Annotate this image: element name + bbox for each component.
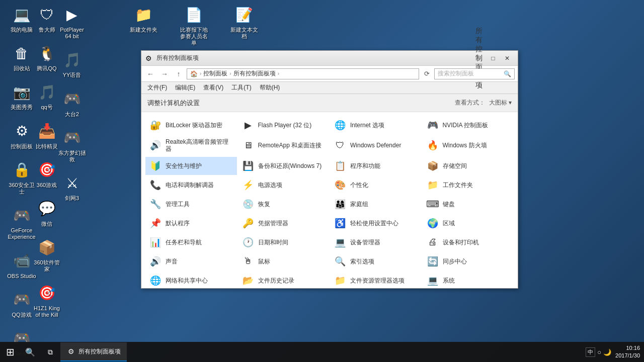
ctrl-item-31[interactable]: 🔄 同步中心	[423, 252, 514, 270]
up-button[interactable]: ↑	[173, 68, 185, 80]
ctrl-item-icon-11: 📦	[427, 160, 439, 172]
datai2-icon: 🎮	[62, 89, 82, 109]
window-title-icon: ⚙	[145, 54, 153, 62]
ctrl-item-25[interactable]: 🕐 日期和时间	[238, 233, 330, 251]
ctrl-item-icon-0: 🔐	[149, 119, 162, 131]
desktop-icon-bireport[interactable]: 📄 比赛报下地参赛人员名单	[176, 3, 211, 49]
back-button[interactable]: ←	[144, 68, 156, 80]
ctrl-item-26[interactable]: 💻 设备管理器	[330, 233, 422, 251]
close-button[interactable]: ✕	[501, 53, 514, 63]
ctrl-item-9[interactable]: 💾 备份和还原(Windows 7)	[238, 157, 330, 175]
taskbar-controlpanel-icon: ⚙	[66, 347, 75, 356]
ctrl-item-1[interactable]: ▶ Flash Player (32 位)	[238, 116, 330, 134]
menu-edit[interactable]: 编辑(E)	[171, 82, 199, 94]
breadcrumb-controlpanel[interactable]: 控制面板	[203, 69, 227, 78]
ctrl-item-4[interactable]: 🔊 Realtek高清晰音频管理器	[145, 135, 237, 156]
ctrl-item-6[interactable]: 🛡 Windows Defender	[330, 135, 422, 156]
task-view-button[interactable]: ⧉	[40, 342, 60, 362]
ctrl-item-0[interactable]: 🔐 BitLocker 驱动器加密	[145, 116, 237, 134]
ctrl-item-label-3: NVIDIA 控制面板	[443, 122, 489, 129]
taskbar-window-controlpanel[interactable]: ⚙ 所有控制面板项	[60, 342, 127, 361]
ctrl-item-3[interactable]: 🎮 NVIDIA 控制面板	[423, 116, 514, 134]
ctrl-item-label-22: 轻松使用设置中心	[350, 220, 398, 227]
desktop-icon-newtxt[interactable]: 📝 新建文本文档	[226, 3, 262, 49]
desktop-icon-360soft[interactable]: 📦 360软件管家	[29, 235, 64, 275]
ctrl-item-18[interactable]: 👨‍👩‍👧 家庭组	[330, 195, 422, 213]
start-button[interactable]: ⊞	[0, 342, 20, 362]
newtxt-icon: 📝	[234, 5, 254, 25]
ctrl-item-19[interactable]: ⌨ 键盘	[423, 195, 514, 213]
ctrl-item-icon-26: 💻	[334, 236, 346, 248]
ctrl-item-label-6: Windows Defender	[350, 142, 401, 149]
qqmusic-icon: 🎵	[37, 82, 57, 102]
tray-circle-icon: ○	[597, 348, 601, 356]
desktop-icon-yyvoice[interactable]: 🎵 YY语音	[54, 48, 90, 80]
ctrl-item-8[interactable]: 🔰 安全性与维护	[145, 157, 237, 175]
ctrl-item-15[interactable]: 📁 工作文件夹	[423, 176, 514, 194]
breadcrumb-allitems[interactable]: 所有控制面板项	[233, 69, 276, 78]
system-clock[interactable]: 10:16 2017/1/30	[615, 344, 640, 360]
ctrl-item-24[interactable]: 📊 任务栏和导航	[145, 233, 237, 251]
yyvoice-icon: 🎵	[62, 50, 82, 70]
clock-time: 10:16	[615, 344, 640, 352]
tray-icons: 中 ○ 🌙	[586, 347, 611, 357]
ctrl-item-34[interactable]: 📁 文件资源管理器选项	[330, 272, 422, 288]
ctrl-item-28[interactable]: 🔊 声音	[145, 252, 237, 270]
ctrl-item-label-35: 系统	[443, 277, 455, 284]
ctrl-item-13[interactable]: ⚡ 电源选项	[238, 176, 330, 194]
ctrl-item-label-17: 恢复	[258, 201, 270, 208]
ctrl-item-5[interactable]: 🖥 RemoteApp 和桌面连接	[238, 135, 330, 156]
ctrl-item-label-19: 键盘	[443, 201, 455, 208]
ctrl-item-22[interactable]: ♿ 轻松使用设置中心	[330, 214, 422, 232]
breadcrumb-home[interactable]: 🏠	[190, 70, 198, 77]
tray-moon-icon: 🌙	[603, 348, 611, 356]
menu-file[interactable]: 文件(F)	[143, 82, 171, 94]
ctrl-item-29[interactable]: 🖱 鼠标	[238, 252, 330, 270]
menu-view[interactable]: 查看(V)	[199, 82, 227, 94]
360safe-icon: 🔒	[12, 160, 32, 180]
ctrl-item-12[interactable]: 📞 电话和调制解调器	[145, 176, 237, 194]
search-box[interactable]: 搜索控制面板 🔍	[434, 68, 515, 79]
ctrl-item-2[interactable]: 🌐 Internet 选项	[330, 116, 422, 134]
desktop-icon-h1z1[interactable]: 🎯 H1Z1 King of the Kill	[29, 281, 64, 320]
forward-button[interactable]: →	[158, 68, 171, 80]
ctrl-item-33[interactable]: 📂 文件历史记录	[238, 272, 330, 288]
ctrl-item-label-34: 文件资源管理器选项	[350, 277, 405, 284]
ctrl-item-icon-30: 🔍	[334, 255, 346, 267]
desktop-icon-potplayer[interactable]: ▶ PotPlayer 64 bit	[54, 3, 90, 42]
ctrl-item-30[interactable]: 🔍 索引选项	[330, 252, 422, 270]
ctrl-item-label-20: 默认程序	[166, 220, 190, 227]
ctrl-item-21[interactable]: 🔑 凭据管理器	[238, 214, 330, 232]
view-mode[interactable]: 大图标 ▾	[489, 99, 512, 107]
ctrl-item-17[interactable]: 💿 恢复	[238, 195, 330, 213]
menu-tools[interactable]: 工具(T)	[227, 82, 255, 94]
items-grid: 🔐 BitLocker 驱动器加密 ▶ Flash Player (32 位) …	[145, 116, 514, 288]
desktop-icon-newfolder[interactable]: 📁 新建文件夹	[126, 3, 161, 49]
ctrl-item-16[interactable]: 🔧 管理工具	[145, 195, 237, 213]
maximize-button[interactable]: □	[487, 53, 500, 63]
ctrl-item-20[interactable]: 📌 默认程序	[145, 214, 237, 232]
menu-help[interactable]: 帮助(H)	[256, 82, 284, 94]
ctrl-item-35[interactable]: 💻 系统	[423, 272, 514, 288]
ctrl-item-11[interactable]: 📦 存储空间	[423, 157, 514, 175]
address-path[interactable]: 🏠 › 控制面板 › 所有控制面板项 ›	[187, 68, 419, 79]
view-options[interactable]: 查看方式： 大图标 ▾	[455, 99, 512, 107]
taskbar-search[interactable]: 🔍	[20, 342, 40, 362]
ctrl-item-14[interactable]: 🎨 个性化	[330, 176, 422, 194]
menu-bar: 文件(F) 编辑(E) 查看(V) 工具(T) 帮助(H)	[141, 82, 518, 94]
ctrl-item-10[interactable]: 📋 程序和功能	[330, 157, 422, 175]
ctrl-item-7[interactable]: 🔥 Windows 防火墙	[423, 135, 514, 156]
ctrl-item-icon-35: 💻	[427, 275, 439, 287]
items-area[interactable]: 🔐 BitLocker 驱动器加密 ▶ Flash Player (32 位) …	[141, 112, 518, 288]
desktop-icon-datai2[interactable]: 🎮 大台2	[54, 87, 90, 120]
ctrl-item-label-7: Windows 防火墙	[443, 142, 487, 149]
minimize-button[interactable]: 所有控制面板项	[472, 53, 486, 63]
ctrl-item-32[interactable]: 🌐 网络和共享中心	[145, 272, 237, 288]
refresh-button[interactable]: ⟳	[421, 68, 432, 79]
desktop-icon-jianwang3[interactable]: ⚔ 剑网3	[54, 171, 90, 204]
ctrl-item-23[interactable]: 🌍 区域	[423, 214, 514, 232]
tray-lang[interactable]: 中	[586, 347, 595, 357]
desktop-icon-dongfang[interactable]: 🎮 东方梦幻拯救	[54, 126, 90, 165]
ctrl-item-27[interactable]: 🖨 设备和打印机	[423, 233, 514, 251]
view-label: 查看方式：	[455, 99, 485, 107]
